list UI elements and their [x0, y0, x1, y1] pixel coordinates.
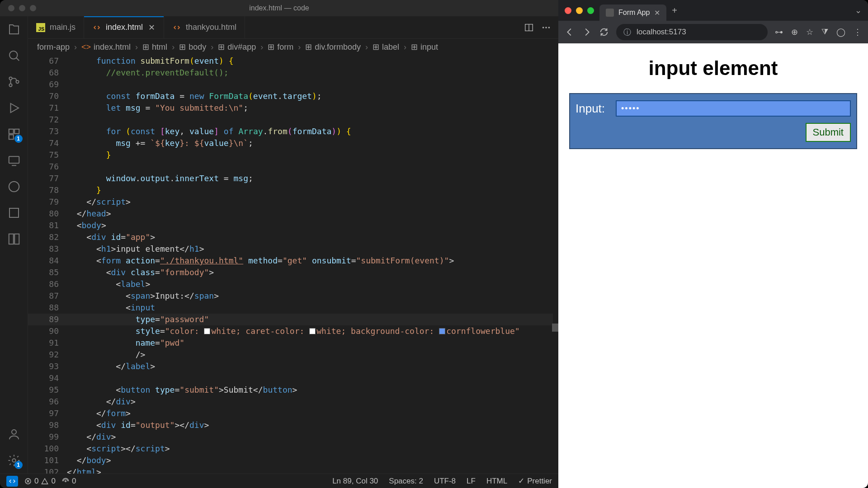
tab-label: thankyou.html [186, 23, 236, 32]
problems-indicator[interactable]: 0 0 [24, 477, 56, 486]
tab-label: index.html [106, 23, 143, 32]
search-icon[interactable] [7, 49, 21, 62]
svg-rect-10 [9, 234, 13, 244]
site-info-icon[interactable]: ⓘ [623, 27, 631, 38]
breadcrumb-item: form-app [37, 42, 70, 52]
settings-gear-icon[interactable]: 1 [7, 454, 21, 467]
address-bar[interactable]: ⓘ localhost:5173 [616, 24, 768, 40]
vscode-titlebar: index.html — code [0, 0, 558, 16]
menu-icon[interactable]: ⋮ [854, 27, 862, 37]
browser-window: Form App ✕ + ⌄ ⓘ localhost:5173 ⊶ ⊕ ☆ ⧩ … [558, 0, 868, 488]
line-gutter: 6768697071727374757677787980818283848586… [28, 55, 67, 474]
cursor-position[interactable]: Ln 89, Col 30 [332, 476, 378, 486]
svg-rect-11 [14, 234, 19, 244]
extensions-puzzle-icon[interactable]: ⧩ [821, 27, 828, 37]
scrollbar-thumb[interactable] [552, 324, 558, 332]
ports-indicator[interactable]: 0 [62, 477, 76, 486]
source-control-icon[interactable] [7, 75, 21, 89]
svg-point-17 [548, 27, 550, 28]
html-file-icon [92, 23, 101, 32]
traffic-light-min[interactable] [576, 7, 583, 14]
breadcrumb-item: ⊞form [268, 42, 293, 52]
traffic-light-close[interactable] [565, 7, 571, 14]
svg-rect-7 [9, 156, 19, 163]
svg-point-12 [12, 430, 16, 434]
breadcrumb-item: <>index.html [81, 42, 131, 52]
password-key-icon[interactable]: ⊶ [775, 27, 783, 37]
indent-indicator[interactable]: Spaces: 2 [389, 476, 423, 486]
language-indicator[interactable]: HTML [486, 476, 507, 486]
new-tab-button[interactable]: + [672, 5, 677, 16]
svg-rect-5 [14, 129, 19, 134]
activity-bar: 1 1 [0, 16, 28, 474]
svg-point-19 [65, 480, 66, 482]
svg-point-2 [9, 84, 12, 86]
rendered-page: input element Input: Submit [558, 43, 868, 488]
svg-point-13 [12, 459, 16, 462]
breadcrumb-item: ⊞body [179, 42, 206, 52]
more-icon[interactable] [541, 23, 551, 33]
bookmark-star-icon[interactable]: ☆ [806, 27, 813, 37]
remote-icon[interactable] [7, 154, 21, 167]
breadcrumb-item: ⊞input [411, 42, 438, 52]
formatter-indicator[interactable]: ✓ Prettier [518, 476, 552, 486]
address-text: localhost:5173 [637, 28, 686, 37]
editor-tabs: JS main.js index.html ✕ thankyou.html [28, 16, 558, 39]
eol-indicator[interactable]: LF [467, 476, 476, 486]
tab-label: main.js [50, 23, 75, 32]
favicon [606, 9, 614, 17]
svg-point-1 [9, 77, 12, 80]
password-input[interactable] [616, 100, 851, 117]
svg-point-8 [9, 182, 19, 192]
breadcrumb-item: ⊞label [373, 42, 399, 52]
traffic-light-max[interactable] [587, 7, 594, 14]
traffic-light-close[interactable] [8, 5, 14, 11]
svg-rect-6 [9, 135, 13, 139]
forward-button[interactable] [582, 27, 592, 37]
reload-button[interactable] [599, 27, 609, 37]
split-editor-icon[interactable] [524, 23, 534, 33]
extensions-badge: 1 [14, 135, 23, 143]
traffic-light-max[interactable] [30, 5, 36, 11]
browser-tab-title: Form App [618, 9, 650, 17]
svg-point-0 [9, 51, 18, 59]
tab-index-html[interactable]: index.html ✕ [84, 16, 164, 38]
code-lines[interactable]: function submitForm(event) { //event.pre… [67, 55, 558, 474]
svg-rect-9 [9, 208, 19, 217]
back-button[interactable] [565, 27, 575, 37]
svg-point-15 [542, 27, 544, 28]
breadcrumbs[interactable]: form-app› <>index.html› ⊞html› ⊞body› ⊞d… [28, 39, 558, 55]
vscode-window: index.html — code 1 1 JS [0, 0, 558, 488]
run-debug-icon[interactable] [7, 101, 21, 115]
account-icon[interactable] [7, 427, 21, 441]
tab-thankyou-html[interactable]: thankyou.html [164, 16, 245, 38]
traffic-light-min[interactable] [19, 5, 25, 11]
svg-point-16 [545, 27, 547, 28]
chevron-down-icon[interactable]: ⌄ [855, 5, 862, 15]
settings-badge: 1 [14, 461, 23, 469]
zoom-icon[interactable]: ⊕ [791, 27, 798, 37]
html-file-icon [172, 23, 181, 32]
activity-misc-3-icon[interactable] [7, 232, 21, 246]
explorer-icon[interactable] [7, 23, 21, 36]
extensions-icon[interactable]: 1 [7, 127, 21, 141]
submit-button[interactable]: Submit [806, 123, 851, 142]
tab-main-js[interactable]: JS main.js [28, 16, 84, 38]
page-heading: input element [569, 57, 857, 80]
browser-toolbar: ⓘ localhost:5173 ⊶ ⊕ ☆ ⧩ ◯ ⋮ [558, 21, 868, 43]
remote-indicator[interactable] [6, 476, 18, 487]
code-editor[interactable]: 6768697071727374757677787980818283848586… [28, 55, 558, 474]
breadcrumb-item: ⊞div#app [218, 42, 256, 52]
input-label: Input: [576, 102, 605, 116]
svg-rect-4 [9, 129, 13, 134]
close-icon[interactable]: ✕ [147, 23, 156, 32]
activity-misc-1-icon[interactable] [7, 180, 21, 193]
encoding-indicator[interactable]: UTF-8 [434, 476, 456, 486]
browser-tab[interactable]: Form App ✕ [599, 5, 666, 21]
profile-avatar-icon[interactable]: ◯ [836, 27, 845, 37]
activity-misc-2-icon[interactable] [7, 206, 21, 220]
js-file-icon: JS [36, 23, 45, 32]
svg-point-3 [16, 80, 19, 83]
close-icon[interactable]: ✕ [654, 9, 660, 17]
breadcrumb-item: ⊞html [142, 42, 167, 52]
